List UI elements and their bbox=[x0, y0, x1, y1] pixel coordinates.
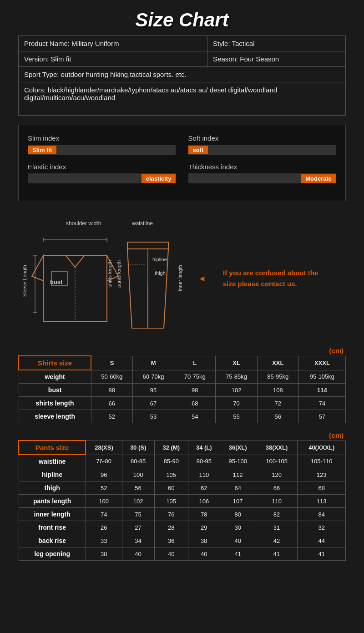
product-info-table: Product Name: Military Uniform Style: Ta… bbox=[18, 35, 346, 116]
pants-cell: 26 bbox=[86, 521, 122, 534]
shirts-row-label: shirts length bbox=[19, 397, 91, 410]
shirts-cell: 88 bbox=[91, 384, 132, 397]
thigh-label: thigh bbox=[155, 270, 166, 276]
pants-table-row: back rise33343638404244 bbox=[19, 534, 346, 547]
shirts-cell: 114 bbox=[298, 384, 345, 397]
contact-text: If you are confused about the size pleas… bbox=[223, 269, 318, 288]
shirts-cell: 68 bbox=[174, 397, 216, 410]
pants-cell: 96 bbox=[86, 468, 122, 481]
pants-cell: 33 bbox=[86, 534, 122, 547]
shirts-row-label: weight bbox=[19, 370, 91, 384]
shirts-col-l: L bbox=[174, 356, 216, 370]
pants-cell: 30 bbox=[220, 521, 256, 534]
shirts-table-row: weight50-60kg60-70kg70-75kg75-85kg85-95k… bbox=[19, 370, 346, 384]
soft-index-item: Soft index soft bbox=[188, 134, 336, 155]
pants-table-row: hipline96100105110112120123 bbox=[19, 468, 346, 481]
pants-cell: 75 bbox=[122, 508, 154, 521]
pants-table-row: leg opening38404040414141 bbox=[19, 547, 346, 561]
diagram-section: shoulder width waistline Sleev bbox=[18, 215, 346, 342]
shirts-col-s: S bbox=[91, 356, 132, 370]
pants-col-36xl: 36(XL) bbox=[220, 441, 256, 455]
index-row-1: Slim index Slim fit Soft index soft bbox=[28, 134, 336, 155]
inner-length-label: inner length bbox=[177, 265, 183, 291]
pants-col-40xxxl: 40(XXXL) bbox=[298, 441, 346, 455]
pants-cell: 56 bbox=[122, 481, 154, 495]
page-title: Size Chart bbox=[0, 0, 364, 35]
soft-index-bar: soft bbox=[188, 145, 336, 155]
elastic-index-bar: elasticity bbox=[28, 173, 176, 183]
pants-col-28xs: 28(XS) bbox=[86, 441, 122, 455]
shirts-cell: 53 bbox=[132, 410, 174, 423]
shirts-table-row: bust889598102108114 bbox=[19, 384, 346, 397]
shoulder-width-label: shoulder width bbox=[66, 220, 101, 227]
shirts-cell: 85-95kg bbox=[257, 370, 298, 384]
shirts-cm-label: (cm) bbox=[18, 347, 346, 354]
elastic-index-item: Elastic index elasticity bbox=[28, 163, 176, 183]
product-version: Version: Slim fit bbox=[19, 51, 207, 67]
pants-cell: 60 bbox=[154, 481, 188, 495]
shirts-row-label: bust bbox=[19, 384, 91, 397]
pants-cell: 82 bbox=[256, 508, 298, 521]
shirts-cell: 74 bbox=[298, 397, 345, 410]
pants-cell: 80 bbox=[220, 508, 256, 521]
shirts-cell: 60-70kg bbox=[132, 370, 174, 384]
pants-cell: 68 bbox=[298, 481, 346, 495]
elastic-index-badge: elasticity bbox=[142, 174, 176, 183]
pants-cell: 74 bbox=[86, 508, 122, 521]
elastic-index-label: Elastic index bbox=[28, 163, 176, 171]
shirts-table-row: sleeve length525354555657 bbox=[19, 410, 346, 423]
product-colors: Colors: black/highlander/mardrake/typhon… bbox=[19, 82, 346, 116]
pants-cell: 29 bbox=[188, 521, 220, 534]
soft-index-label: Soft index bbox=[188, 134, 336, 142]
index-section: Slim index Slim fit Soft index soft Elas… bbox=[18, 125, 346, 201]
product-style: Style: Tactical bbox=[207, 36, 346, 51]
pants-cell: 62 bbox=[188, 481, 220, 495]
shirts-cell: 108 bbox=[257, 384, 298, 397]
pants-cell: 110 bbox=[188, 468, 220, 481]
pants-col-30s: 30 (S) bbox=[122, 441, 154, 455]
slim-index-label: Slim index bbox=[28, 134, 176, 142]
pants-cell: 90-95 bbox=[188, 455, 220, 468]
soft-index-badge: soft bbox=[188, 146, 208, 154]
slim-index-item: Slim index Slim fit bbox=[28, 134, 176, 155]
shirts-size-table: Shirts size S M L XL XXL XXXL weight50-6… bbox=[18, 355, 346, 423]
shirts-cell: 95-105kg bbox=[298, 370, 345, 384]
shirts-col-xl: XL bbox=[216, 356, 257, 370]
pants-cell: 80-85 bbox=[122, 455, 154, 468]
pants-cell: 112 bbox=[220, 468, 256, 481]
pants-cell: 40 bbox=[188, 547, 220, 561]
slim-index-badge: Slim fit bbox=[28, 146, 56, 154]
product-season: Season: Four Season bbox=[207, 51, 346, 67]
pants-cell: 40 bbox=[220, 534, 256, 547]
pants-table-row: front rise26272829303132 bbox=[19, 521, 346, 534]
pants-cell: 110 bbox=[256, 495, 298, 508]
pants-col-34l: 34 (L) bbox=[188, 441, 220, 455]
pants-col-38xxl: 38(XXL) bbox=[256, 441, 298, 455]
shirts-cell: 70-75kg bbox=[174, 370, 216, 384]
pants-cell: 64 bbox=[220, 481, 256, 495]
pants-cell: 38 bbox=[86, 547, 122, 561]
sleeve-length-label: Sleeve Length bbox=[22, 265, 27, 297]
pants-cm-label: (cm) bbox=[18, 431, 346, 439]
shirts-cell: 50-60kg bbox=[91, 370, 132, 384]
pants-cell: 27 bbox=[122, 521, 154, 534]
svg-rect-12 bbox=[127, 242, 168, 249]
shirts-cell: 98 bbox=[174, 384, 216, 397]
pants-cell: 100-105 bbox=[256, 455, 298, 468]
pants-cell: 42 bbox=[256, 534, 298, 547]
pants-cell: 85-90 bbox=[154, 455, 188, 468]
pants-cell: 123 bbox=[298, 468, 346, 481]
pants-table-row: waistline76-8080-8585-9090-9595-100100-1… bbox=[19, 455, 346, 468]
hipline-label: hipline bbox=[152, 257, 167, 262]
thickness-index-bar: Moderate bbox=[188, 173, 336, 183]
pants-cell: 78 bbox=[188, 508, 220, 521]
pants-table-row: pants length100102105106107110113 bbox=[19, 495, 346, 508]
pants-cell: 31 bbox=[256, 521, 298, 534]
pants-cell: 44 bbox=[298, 534, 346, 547]
pants-section-header: Pants size bbox=[19, 441, 86, 455]
svg-marker-1 bbox=[66, 256, 84, 267]
waistline-label: waistline bbox=[132, 220, 153, 227]
pants-cell: 40 bbox=[122, 547, 154, 561]
pants-cell: 113 bbox=[298, 495, 346, 508]
shirts-table-row: shirts length666768707274 bbox=[19, 397, 346, 410]
